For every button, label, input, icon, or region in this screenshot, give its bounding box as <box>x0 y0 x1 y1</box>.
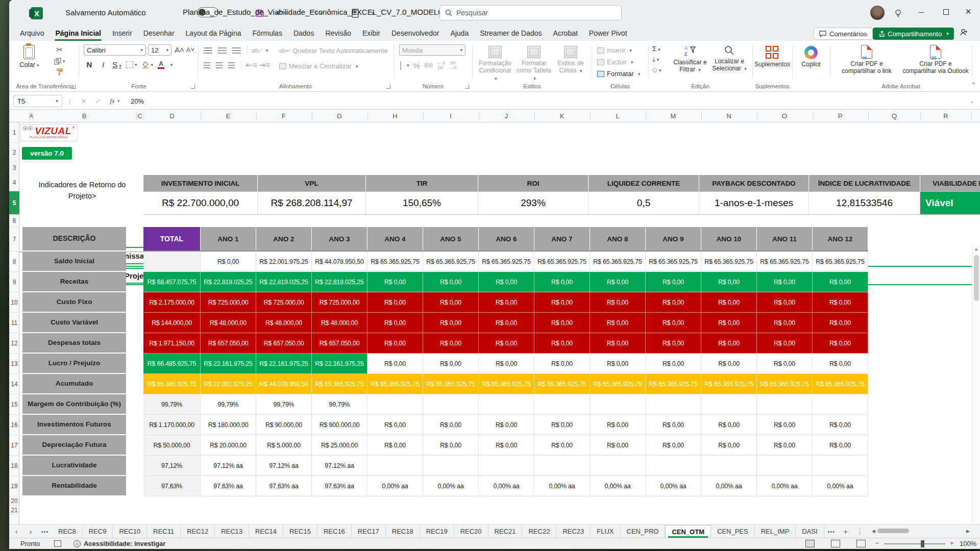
table-cell[interactable]: 97,63% aa <box>312 476 368 496</box>
table-cell[interactable] <box>423 456 479 476</box>
row-header-6[interactable]: 6 <box>9 215 19 227</box>
sheet-tab-rel-imp[interactable]: REL_IMP <box>755 525 796 538</box>
document-title[interactable]: Planilha_de_Estudo_de_Viabilidade_Econôm… <box>183 8 463 16</box>
table-cell[interactable] <box>368 456 423 476</box>
table-cell[interactable]: 0,00% aa <box>757 476 813 496</box>
merge-center-button[interactable]: Mesclar e Centralizar▾ <box>279 61 358 71</box>
table-cell[interactable]: R$ 2.175.000,00 <box>143 292 201 313</box>
cut-icon[interactable]: ✂ <box>54 45 65 55</box>
table-cell[interactable]: R$ 20.000,00 <box>201 435 256 456</box>
table-cell[interactable]: 97,63% aa <box>256 476 312 496</box>
table-cell[interactable]: R$ 22.819.025,25 <box>312 272 368 292</box>
column-header-Q[interactable]: Q <box>892 110 897 122</box>
table-cell[interactable]: R$ 65.365.925,75 <box>423 374 479 394</box>
sheet-tab-rec13[interactable]: REC13 <box>215 525 249 538</box>
table-cell[interactable] <box>757 394 813 415</box>
decrease-decimal-icon[interactable]: .00→0 <box>449 60 456 70</box>
year-header-ano-1[interactable]: ANO 1 <box>201 227 256 251</box>
align-bottom-icon[interactable] <box>232 47 241 54</box>
table-cell[interactable]: R$ 0,00 <box>757 313 813 333</box>
table-cell[interactable]: R$ 0,00 <box>590 354 646 374</box>
table-cell[interactable]: R$ 0,00 <box>646 333 701 354</box>
add-sheet-icon[interactable]: + <box>839 525 853 538</box>
column-header-P[interactable]: P <box>838 110 843 122</box>
wrap-text-button[interactable]: ab↩Quebrar Texto Automaticamente <box>279 46 388 56</box>
table-cell[interactable]: R$ 65.365.925,75 <box>590 252 646 272</box>
underline-button[interactable]: S▾ <box>112 60 121 69</box>
font-size-select[interactable]: 12▾ <box>148 44 172 56</box>
year-header-ano-5[interactable]: ANO 5 <box>423 227 479 251</box>
menu-tab-dados[interactable]: Dados <box>288 27 320 41</box>
close-button[interactable]: ✕ <box>957 0 980 23</box>
table-cell[interactable]: R$ 22.161.975,25 <box>201 354 256 374</box>
row-header-1[interactable]: 1 <box>9 122 19 143</box>
table-cell[interactable]: R$ 25.000,00 <box>312 435 368 456</box>
table-cell[interactable]: R$ 900.000,00 <box>312 415 368 435</box>
table-cell[interactable] <box>813 456 868 476</box>
table-cell[interactable]: R$ 66.485.925,75 <box>143 354 201 374</box>
zoom-out-icon[interactable]: − <box>875 539 879 547</box>
menu-tab-desenhar[interactable]: Desenhar <box>138 27 180 41</box>
row-label-despesas-totais[interactable]: Despesas totais <box>22 333 126 354</box>
row-headers[interactable]: 123456789101112131415161718192021 <box>9 122 19 524</box>
sheet-tab-rec17[interactable]: REC17 <box>352 525 386 538</box>
table-cell[interactable]: R$ 65.365.925,75 <box>312 374 368 394</box>
table-cell[interactable]: R$ 0,00 <box>701 292 757 313</box>
table-cell[interactable]: R$ 0,00 <box>646 313 701 333</box>
table-cell[interactable]: R$ 65.365.925,75 <box>757 374 813 394</box>
table-cell[interactable]: R$ 5.000,00 <box>256 435 312 456</box>
indicator-value--ndice-de-lucratividade[interactable]: 12,81533546 <box>809 191 920 214</box>
table-cell[interactable] <box>701 394 757 415</box>
number-format-select[interactable]: Moeda▾ <box>399 44 465 56</box>
conditional-formatting-button[interactable]: Formatação Condicional ▾ <box>477 46 513 82</box>
table-cell[interactable]: R$ 65.365.925,75 <box>757 252 813 272</box>
table-cell[interactable]: R$ 0,00 <box>813 333 868 354</box>
indicator-value-payback-descontado[interactable]: 1-anos-e-1-meses <box>699 191 809 214</box>
table-cell[interactable] <box>423 394 479 415</box>
alignment-dialog-launcher-icon[interactable] <box>386 85 390 89</box>
row-label-lucratividade[interactable]: Lucratividade <box>22 456 126 476</box>
row-header-13[interactable]: 13 <box>9 354 19 374</box>
table-cell[interactable]: 0,00% aa <box>479 476 534 496</box>
tabs-next-icon[interactable]: › <box>23 525 38 538</box>
pdf-outlook-button[interactable]: Criar PDF e compartilhar via Outlook <box>902 45 969 75</box>
horizontal-scrollbar[interactable]: ◀ ▶ <box>871 527 971 535</box>
column-header-L[interactable]: L <box>616 110 619 122</box>
table-cell[interactable]: R$ 65.365.925,75 <box>813 374 868 394</box>
table-cell[interactable] <box>813 394 868 415</box>
menu-tab-layout-da-p-gina[interactable]: Layout da Página <box>180 27 247 41</box>
table-cell[interactable]: R$ 65.365.925,75 <box>368 374 423 394</box>
table-cell[interactable]: R$ 657.050,00 <box>312 333 368 354</box>
row-label-receitas[interactable]: Receitas <box>22 272 126 292</box>
sheet-tab-rec19[interactable]: REC19 <box>420 525 454 538</box>
table-cell[interactable] <box>479 456 534 476</box>
table-cell[interactable]: R$ 0,00 <box>423 292 479 313</box>
row-header-3[interactable]: 3 <box>9 162 19 174</box>
year-header-ano-7[interactable]: ANO 7 <box>534 227 590 251</box>
table-cell[interactable]: R$ 0,00 <box>701 415 757 435</box>
table-cell[interactable]: R$ 0,00 <box>701 333 757 354</box>
table-cell[interactable]: R$ 0,00 <box>368 415 423 435</box>
table-cell[interactable]: R$ 0,00 <box>423 415 479 435</box>
table-cell[interactable]: R$ 0,00 <box>534 435 590 456</box>
year-header-ano-2[interactable]: ANO 2 <box>256 227 312 251</box>
row-header-17[interactable]: 17 <box>9 435 19 456</box>
table-cell[interactable]: R$ 0,00 <box>590 333 646 354</box>
table-cell[interactable]: 0,00% aa <box>534 476 590 496</box>
sheet-tab-rec15[interactable]: REC15 <box>283 525 317 538</box>
year-header-ano-8[interactable]: ANO 8 <box>590 227 646 251</box>
indicator-value-investimento-inicial[interactable]: R$ 22.700.000,00 <box>143 191 258 214</box>
row-header-10[interactable]: 10 <box>9 292 19 313</box>
table-cell[interactable]: R$ 0,00 <box>701 272 757 292</box>
table-cell[interactable]: 0,00% aa <box>590 476 646 496</box>
sheet-tab-rec18[interactable]: REC18 <box>386 525 420 538</box>
orientation-icon[interactable]: ab⟋ <box>252 47 263 54</box>
column-header-I[interactable]: I <box>450 110 452 122</box>
maximize-button[interactable] <box>934 0 958 23</box>
addins-button[interactable]: Suplementos <box>755 46 789 68</box>
table-cell[interactable] <box>143 252 201 272</box>
formula-input[interactable]: 20% <box>127 95 968 107</box>
avatar[interactable] <box>870 6 885 20</box>
column-header-N[interactable]: N <box>726 110 731 122</box>
row-label-custo-vari-vel[interactable]: Custo Variável <box>22 313 126 333</box>
